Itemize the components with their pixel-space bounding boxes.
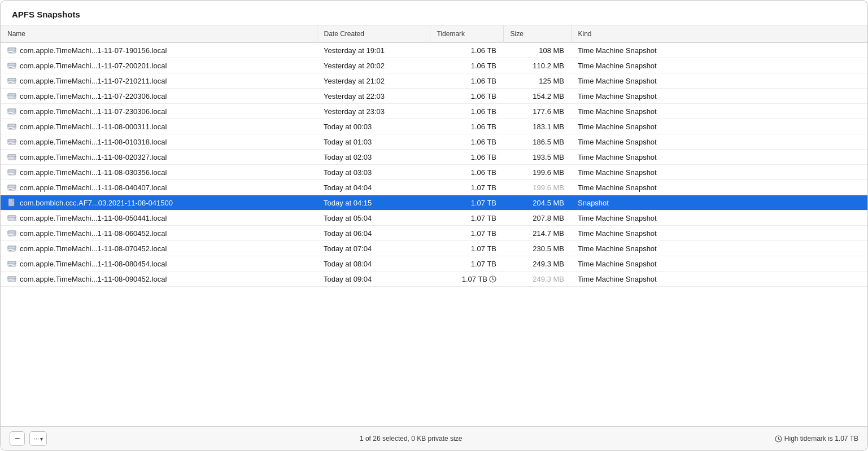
row-icon: [7, 259, 16, 268]
table-row[interactable]: com.apple.TimeMachi...1-11-07-190156.loc…: [1, 43, 867, 58]
cell-date: Today at 04:04: [317, 180, 430, 195]
cell-date: Today at 09:04: [317, 272, 430, 287]
col-header-kind[interactable]: Kind: [571, 25, 867, 43]
cell-size: 154.2 MB: [503, 89, 571, 104]
cell-date: Today at 02:03: [317, 150, 430, 165]
row-icon: [7, 61, 16, 70]
cell-size: 193.5 MB: [503, 150, 571, 165]
table-row[interactable]: com.apple.TimeMachi...1-11-08-070452.loc…: [1, 241, 867, 256]
name-text: com.apple.TimeMachi...1-11-07-200201.loc…: [20, 62, 167, 70]
svg-rect-26: [8, 124, 16, 126]
cell-kind: Time Machine Snapshot: [571, 58, 867, 73]
row-icon: [7, 46, 16, 55]
svg-point-28: [14, 127, 15, 128]
size-text-gray: 249.3 MB: [533, 275, 564, 283]
snapshots-table: Name Date Created Tidemark Size Kind com…: [1, 25, 867, 287]
svg-rect-34: [9, 143, 12, 144]
cell-size: 249.3 MB: [503, 272, 571, 287]
cell-date: Today at 06:04: [317, 226, 430, 241]
cell-date: Today at 05:04: [317, 211, 430, 226]
name-text: com.apple.TimeMachi...1-11-08-070452.loc…: [20, 244, 167, 253]
svg-rect-6: [8, 63, 16, 65]
svg-point-67: [14, 249, 15, 250]
cell-kind: Time Machine Snapshot: [571, 150, 867, 165]
apfs-snapshots-window: APFS Snapshots Name Date Created Tidemar…: [0, 0, 868, 451]
cell-name: com.apple.TimeMachi...1-11-07-190156.loc…: [1, 43, 317, 58]
col-header-date[interactable]: Date Created: [317, 25, 430, 43]
cell-kind: Time Machine Snapshot: [571, 43, 867, 58]
cell-name: com.bombich.ccc.AF7...03.2021-11-08-0415…: [1, 195, 317, 211]
more-icon: ···: [33, 435, 39, 443]
svg-point-77: [14, 279, 15, 281]
footer: − ··· ▾ 1 of 26 selected, 0 KB private s…: [1, 426, 867, 450]
cell-kind: Time Machine Snapshot: [571, 241, 867, 256]
cell-kind: Time Machine Snapshot: [571, 272, 867, 287]
cell-tidemark: 1.06 TB: [430, 58, 503, 73]
svg-rect-68: [9, 250, 12, 251]
svg-line-81: [493, 279, 495, 279]
cell-name: com.apple.TimeMachi...1-11-08-000311.loc…: [1, 119, 317, 134]
svg-rect-65: [8, 246, 16, 248]
cell-name: com.apple.TimeMachi...1-11-08-030356.loc…: [1, 165, 317, 180]
table-row[interactable]: com.apple.TimeMachi...1-11-08-020327.loc…: [1, 150, 867, 165]
cell-tidemark: 1.07 TB: [430, 211, 503, 226]
cell-kind: Time Machine Snapshot: [571, 211, 867, 226]
cell-size: 199.6 MB: [503, 165, 571, 180]
cell-tidemark: 1.06 TB: [430, 150, 503, 165]
cell-name: com.apple.TimeMachi...1-11-08-080454.loc…: [1, 256, 317, 272]
name-text: com.apple.TimeMachi...1-11-08-050441.loc…: [20, 214, 167, 222]
table-row[interactable]: com.apple.TimeMachi...1-11-07-210211.loc…: [1, 73, 867, 89]
cell-date: Yesterday at 20:02: [317, 58, 430, 73]
name-text: com.apple.TimeMachi...1-11-08-030356.loc…: [20, 168, 167, 177]
name-text: com.apple.TimeMachi...1-11-08-090452.loc…: [20, 275, 167, 283]
col-header-tidemark[interactable]: Tidemark: [430, 25, 503, 43]
table-row[interactable]: com.apple.TimeMachi...1-11-08-050441.loc…: [1, 211, 867, 226]
table-row[interactable]: com.bombich.ccc.AF7...03.2021-11-08-0415…: [1, 195, 867, 211]
row-icon: [7, 229, 16, 238]
table-row[interactable]: com.apple.TimeMachi...1-11-08-080454.loc…: [1, 256, 867, 272]
cell-size: 125 MB: [503, 73, 571, 89]
table-row[interactable]: com.apple.TimeMachi...1-11-08-040407.loc…: [1, 180, 867, 195]
svg-rect-70: [8, 261, 16, 264]
cell-size: 214.7 MB: [503, 226, 571, 241]
svg-rect-44: [9, 174, 12, 174]
cell-kind: Time Machine Snapshot: [571, 73, 867, 89]
table-row[interactable]: com.apple.TimeMachi...1-11-07-220306.loc…: [1, 89, 867, 104]
name-text: com.apple.TimeMachi...1-11-08-040407.loc…: [20, 183, 167, 192]
table-row[interactable]: com.apple.TimeMachi...1-11-08-030356.loc…: [1, 165, 867, 180]
table-row[interactable]: com.apple.TimeMachi...1-11-07-200201.loc…: [1, 58, 867, 73]
svg-rect-46: [8, 185, 16, 187]
col-header-size[interactable]: Size: [503, 25, 571, 43]
table-container: Name Date Created Tidemark Size Kind com…: [1, 25, 867, 426]
table-row[interactable]: com.apple.TimeMachi...1-11-07-230306.loc…: [1, 104, 867, 119]
footer-tidemark: High tidemark is 1.07 TB: [775, 435, 858, 443]
name-text: com.apple.TimeMachi...1-11-07-230306.loc…: [20, 107, 167, 116]
col-header-name[interactable]: Name: [1, 25, 317, 43]
row-icon: [7, 168, 16, 177]
name-text: com.apple.TimeMachi...1-11-08-010318.loc…: [20, 138, 167, 146]
svg-point-43: [14, 173, 15, 174]
cell-name: com.apple.TimeMachi...1-11-08-040407.loc…: [1, 180, 317, 195]
remove-button[interactable]: −: [10, 431, 25, 446]
more-button[interactable]: ··· ▾: [29, 431, 47, 446]
table-row[interactable]: com.apple.TimeMachi...1-11-08-000311.loc…: [1, 119, 867, 134]
svg-rect-36: [8, 155, 16, 157]
svg-rect-39: [9, 159, 12, 159]
name-text: com.apple.TimeMachi...1-11-08-060452.loc…: [20, 229, 167, 238]
table-row[interactable]: com.apple.TimeMachi...1-11-08-010318.loc…: [1, 134, 867, 150]
cell-tidemark: 1.06 TB: [430, 104, 503, 119]
svg-rect-14: [9, 82, 12, 83]
svg-point-8: [14, 66, 15, 67]
svg-point-13: [14, 81, 15, 82]
row-icon: [7, 274, 16, 283]
table-row[interactable]: com.apple.TimeMachi...1-11-08-060452.loc…: [1, 226, 867, 241]
cell-name: com.apple.TimeMachi...1-11-08-070452.loc…: [1, 241, 317, 256]
cell-tidemark: 1.06 TB: [430, 119, 503, 134]
cell-tidemark: 1.06 TB: [430, 43, 503, 58]
footer-status: 1 of 26 selected, 0 KB private size: [51, 435, 770, 443]
table-row[interactable]: com.apple.TimeMachi...1-11-08-090452.loc…: [1, 272, 867, 287]
table-header-row: Name Date Created Tidemark Size Kind: [1, 25, 867, 43]
svg-rect-63: [9, 235, 12, 235]
svg-line-84: [778, 439, 780, 439]
svg-rect-21: [8, 109, 16, 111]
